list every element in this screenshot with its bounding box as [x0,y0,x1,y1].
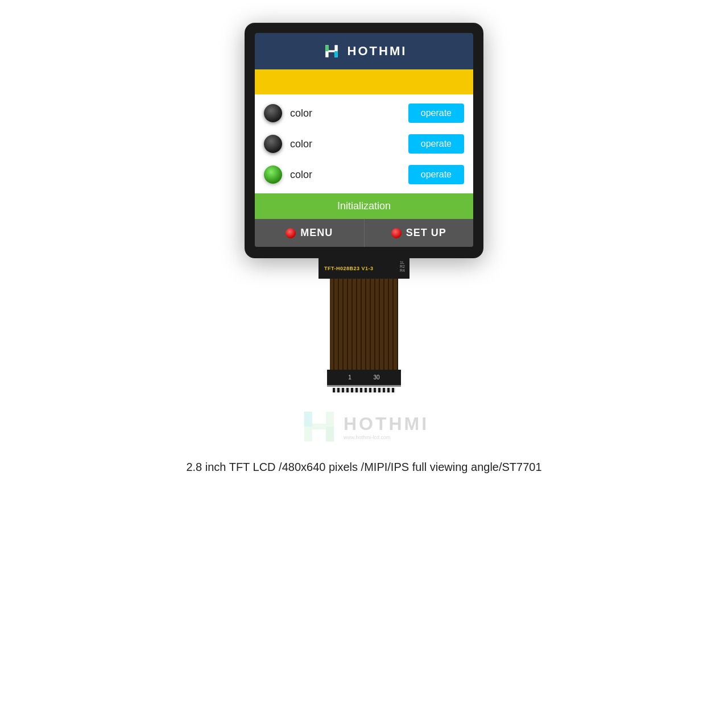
init-bar-label: Initialization [337,200,391,212]
watermark-url: www.hothmi-lcd.com [344,435,429,440]
fpc-connector: TFT-H028B23 V1-3 1LR2R4 1 30 [318,258,410,392]
operate-button-2[interactable]: operate [408,134,464,154]
fpc-stripes [333,388,395,392]
menu-button-label: MENU [300,227,333,239]
watermark-logo-icon [299,407,339,446]
hothmi-logo-icon [321,41,342,61]
watermark-logo: HOTHMI www.hothmi-lcd.com [299,407,429,446]
yellow-bar [255,69,473,94]
color-dot-1 [264,104,282,122]
operate-button-3[interactable]: operate [408,165,464,184]
screen-header: HOTHMI [255,33,473,69]
fpc-bottom: 1 30 [327,370,401,387]
page-wrapper: HOTHMI color operate color operate [0,0,728,474]
color-dot-2 [264,135,282,153]
color-label-1: color [290,107,324,119]
fpc-right-label: 1LR2R4 [400,260,405,272]
fpc-pin-30: 30 [374,374,380,380]
setup-red-dot [391,228,402,238]
color-label-2: color [290,138,324,150]
operate-button-1[interactable]: operate [408,104,464,123]
color-dot-3 [264,166,282,184]
setup-button[interactable]: SET UP [365,219,474,247]
color-row-1: color operate [264,100,464,126]
lcd-screen: HOTHMI color operate color operate [255,33,473,247]
watermark-hothmi-text: HOTHMI [344,413,429,435]
init-bar: Initialization [255,193,473,219]
watermark-text-block: HOTHMI www.hothmi-lcd.com [344,413,429,440]
bottom-bar: MENU SET UP [255,219,473,247]
device-bottom-strip [255,247,473,258]
color-label-3: color [290,169,324,181]
footer-text: 2.8 inch TFT LCD /480x640 pixels /MIPI/I… [163,461,564,474]
watermark-area: HOTHMI www.hothmi-lcd.com [245,398,483,455]
menu-button[interactable]: MENU [255,219,365,247]
fpc-top-board: TFT-H028B23 V1-3 1LR2R4 [318,258,410,279]
device-outer: HOTHMI color operate color operate [245,23,483,258]
fpc-model-label: TFT-H028B23 V1-3 [324,266,374,271]
menu-red-dot [286,228,296,238]
fpc-pin-1: 1 [348,374,351,380]
logo-text: HOTHMI [348,44,407,59]
screen-content: color operate color operate color operat… [255,94,473,193]
setup-button-label: SET UP [406,227,446,239]
color-row-3: color operate [264,162,464,188]
fpc-ribbon [330,279,398,370]
color-row-2: color operate [264,131,464,157]
hothmi-logo: HOTHMI [321,41,407,61]
